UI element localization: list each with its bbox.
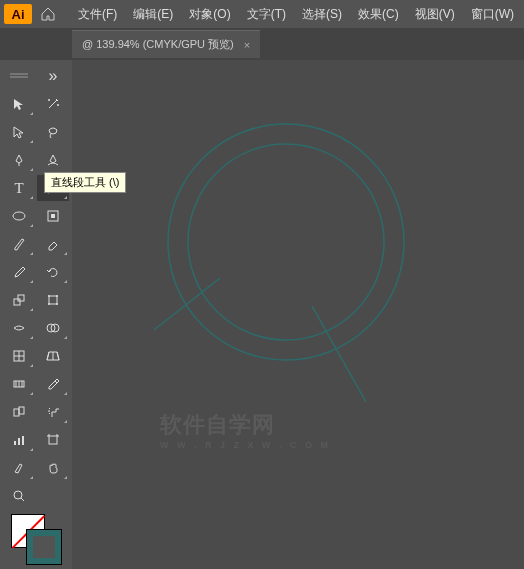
paintbrush-tool[interactable] — [3, 231, 35, 257]
selection-tool[interactable] — [3, 91, 35, 117]
menu-view[interactable]: 视图(V) — [407, 6, 463, 23]
menu-effect[interactable]: 效果(C) — [350, 6, 407, 23]
svg-point-13 — [48, 303, 50, 305]
vector-artwork — [78, 60, 524, 560]
svg-point-14 — [56, 303, 58, 305]
svg-point-5 — [13, 212, 25, 220]
scale-tool[interactable] — [3, 287, 35, 313]
zoom-tool[interactable] — [3, 483, 35, 509]
close-icon[interactable]: × — [244, 39, 250, 51]
perspective-grid-tool[interactable] — [3, 343, 35, 369]
svg-point-43 — [188, 144, 384, 340]
svg-rect-24 — [14, 409, 19, 416]
column-graph-tool[interactable] — [3, 427, 35, 453]
symbol-sprayer-tool[interactable] — [37, 399, 69, 425]
svg-rect-28 — [22, 436, 24, 445]
shape-builder-tool[interactable] — [37, 315, 69, 341]
blend-tool[interactable] — [3, 399, 35, 425]
menu-object[interactable]: 对象(O) — [181, 6, 238, 23]
watermark: 软件自学网 W W . R J Z X W . C O M — [160, 410, 331, 450]
width-tool[interactable] — [3, 315, 35, 341]
tab-label: @ 139.94% (CMYK/GPU 预览) — [82, 37, 234, 52]
panel-menu-icon[interactable]: » — [37, 63, 69, 89]
hand-tool[interactable] — [37, 455, 69, 481]
home-icon[interactable] — [36, 2, 60, 26]
direct-selection-tool[interactable] — [3, 119, 35, 145]
document-tab-bar: @ 139.94% (CMYK/GPU 预览) × — [0, 28, 524, 60]
svg-point-11 — [48, 295, 50, 297]
curvature-tool[interactable] — [37, 147, 69, 173]
menu-bar: Ai 文件(F) 编辑(E) 对象(O) 文字(T) 选择(S) 效果(C) 视… — [0, 0, 524, 28]
app-logo: Ai — [4, 4, 32, 24]
svg-line-35 — [21, 498, 24, 501]
menu-file[interactable]: 文件(F) — [70, 6, 125, 23]
type-tool[interactable]: T — [3, 175, 35, 201]
slice-tool[interactable] — [3, 455, 35, 481]
svg-rect-7 — [51, 214, 55, 218]
shape-tool[interactable] — [37, 203, 69, 229]
svg-rect-8 — [14, 299, 20, 305]
free-transform-tool[interactable] — [37, 287, 69, 313]
svg-point-12 — [56, 295, 58, 297]
eraser-tool[interactable] — [37, 231, 69, 257]
svg-point-42 — [168, 124, 404, 360]
menu-edit[interactable]: 编辑(E) — [125, 6, 181, 23]
svg-rect-25 — [19, 407, 24, 414]
pencil-tool[interactable] — [3, 259, 35, 285]
menu-type[interactable]: 文字(T) — [239, 6, 294, 23]
mesh-tool[interactable] — [37, 343, 69, 369]
rotate-tool[interactable] — [37, 259, 69, 285]
tool-panel: » T — [0, 60, 72, 569]
spacer — [37, 483, 69, 509]
menu-window[interactable]: 窗口(W) — [463, 6, 522, 23]
svg-rect-27 — [18, 438, 20, 445]
lasso-tool[interactable] — [37, 119, 69, 145]
svg-rect-9 — [18, 295, 24, 301]
artboard-tool[interactable] — [37, 427, 69, 453]
watermark-text: 软件自学网 — [160, 412, 275, 437]
svg-point-2 — [48, 99, 50, 101]
svg-rect-29 — [49, 436, 57, 444]
svg-line-45 — [312, 306, 366, 402]
svg-point-3 — [57, 104, 59, 106]
document-tab[interactable]: @ 139.94% (CMYK/GPU 预览) × — [72, 30, 260, 58]
menu-select[interactable]: 选择(S) — [294, 6, 350, 23]
grip-icon[interactable] — [3, 63, 35, 89]
stroke-swatch[interactable] — [27, 530, 61, 564]
watermark-url: W W . R J Z X W . C O M — [160, 440, 331, 450]
ellipse-tool[interactable] — [3, 203, 35, 229]
fill-stroke-control[interactable] — [11, 514, 61, 564]
pen-tool[interactable] — [3, 147, 35, 173]
gradient-tool[interactable] — [3, 371, 35, 397]
tool-tooltip: 直线段工具 (\) — [44, 172, 126, 193]
svg-point-34 — [14, 491, 22, 499]
svg-rect-26 — [14, 441, 16, 445]
magic-wand-tool[interactable] — [37, 91, 69, 117]
eyedropper-tool[interactable] — [37, 371, 69, 397]
svg-rect-10 — [49, 296, 57, 304]
